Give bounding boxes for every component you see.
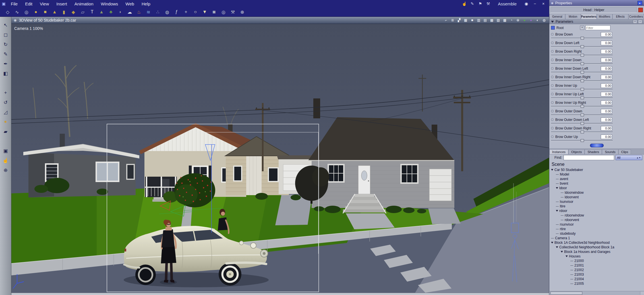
keyframe-dot-icon[interactable] — [551, 118, 554, 121]
parameter-slider[interactable] — [551, 38, 613, 39]
menu-item[interactable]: Edit — [25, 1, 32, 6]
layout-quad-icon[interactable]: ▦ — [489, 18, 494, 23]
parameter-value-field[interactable]: 0.00 — [601, 100, 612, 105]
parameter-value-field[interactable]: 0.00 — [601, 135, 612, 139]
scene-tree-item[interactable]: rsunvisor — [549, 222, 644, 227]
menu-item[interactable]: Windows — [101, 1, 118, 6]
parameter-slider[interactable] — [551, 63, 613, 64]
spot-light-tool-icon[interactable]: ▼ — [201, 8, 208, 16]
browser-tab[interactable]: Objects — [568, 149, 585, 154]
slider-thumb[interactable] — [581, 79, 584, 82]
tools-icon[interactable]: ⚒ — [485, 1, 491, 7]
horizontal-scrollbar[interactable] — [549, 291, 644, 295]
properties-tab[interactable]: Parameters — [581, 14, 597, 19]
parameter-value-field[interactable]: 0.00 — [601, 83, 612, 88]
move-tool-icon[interactable]: + — [1, 88, 10, 97]
measure-icon[interactable]: ≣ — [450, 18, 455, 23]
tree-branch-icon[interactable] — [561, 251, 563, 253]
tree-branch-icon[interactable] — [556, 206, 559, 207]
scene-tree-item[interactable]: ldoorvent — [549, 195, 644, 199]
marquee-tool-icon[interactable]: ◻ — [1, 30, 10, 39]
panel-gadget-icon[interactable]: ◉ — [551, 1, 554, 5]
modifier-tool-icon[interactable]: + — [182, 8, 190, 16]
tree-branch-icon[interactable] — [556, 187, 558, 189]
keyframe-dot-icon[interactable] — [551, 101, 554, 104]
keyframe-dot-icon[interactable] — [551, 50, 554, 53]
pen-tool-icon[interactable]: ✎ — [1, 50, 10, 58]
properties-header[interactable]: ◉ Properties ▸ — [549, 0, 644, 6]
metaball-tool-icon[interactable]: ◎ — [23, 8, 30, 16]
tree-branch-icon[interactable] — [551, 242, 553, 244]
sphere-primitive-icon[interactable]: ● — [32, 8, 40, 16]
fountain-tool-icon[interactable]: ≋ — [145, 8, 152, 16]
tree-branch-icon[interactable] — [556, 234, 559, 234]
menu-item[interactable]: Insert — [56, 1, 67, 6]
slider-thumb[interactable] — [581, 131, 584, 133]
add-parameter-button[interactable]: + — [633, 20, 637, 24]
plane-primitive-icon[interactable]: ▱ — [79, 8, 86, 16]
cube-primitive-icon[interactable]: ■ — [42, 8, 49, 16]
scene-tree-item[interactable]: Block 1a Houses and Garages — [549, 249, 644, 254]
scene-tree-item[interactable]: lsunvisor — [549, 199, 644, 204]
target-helper-tool-icon[interactable]: ◎ — [220, 8, 227, 16]
scene-tree-item[interactable]: Car 50 Studebaker — [549, 168, 644, 172]
plant-tool-icon[interactable]: ♣ — [107, 8, 115, 16]
scene-tree-item[interactable]: Block 1A Collective3d Neighborhood — [549, 240, 644, 245]
close-button[interactable]: × — [541, 1, 546, 7]
parameter-slider[interactable] — [551, 55, 613, 56]
tree-branch-icon[interactable] — [566, 255, 568, 257]
parameter-value-field[interactable]: 0.00 — [601, 58, 612, 62]
tree-branch-icon[interactable] — [561, 215, 564, 216]
clear-filter-button[interactable]: × — [580, 26, 584, 30]
parameter-value-field[interactable]: 0.00 — [601, 92, 612, 96]
parameter-slider[interactable] — [551, 97, 613, 98]
slider-thumb[interactable] — [581, 45, 584, 48]
antialias-icon[interactable]: ▞ — [456, 18, 462, 23]
visibility-eye-icon[interactable]: ◉ — [523, 1, 529, 7]
preview-sphere-green-icon[interactable]: ● — [522, 18, 527, 23]
tree-branch-icon[interactable] — [570, 261, 573, 261]
viewport-gadget-icon[interactable]: ◉ — [14, 18, 16, 22]
scene-tree-item[interactable]: 21003 — [549, 272, 644, 277]
layout-custom-icon[interactable]: ▩ — [502, 18, 508, 23]
slider-thumb[interactable] — [581, 62, 584, 65]
layout-full-icon[interactable]: ■ — [469, 18, 475, 23]
parameters-section-header[interactable]: Parameters + − — [549, 19, 644, 24]
root-node-icon[interactable] — [551, 26, 555, 30]
tree-branch-icon[interactable] — [570, 275, 573, 275]
tree-branch-icon[interactable] — [561, 197, 564, 197]
keyframe-dot-icon[interactable] — [551, 33, 554, 36]
scene-tree-item[interactable]: ltire — [549, 204, 644, 209]
scene-tree-item[interactable]: rdoor — [549, 209, 644, 213]
formula-tool-icon[interactable]: ƒ — [173, 8, 180, 16]
scope-dropdown[interactable]: All ▲▼ — [616, 155, 642, 160]
vertex-model-tool-icon[interactable]: ◇ — [4, 8, 11, 16]
browser-tab[interactable]: Instances — [549, 149, 568, 154]
layout-rows-icon[interactable]: ▤ — [483, 18, 488, 23]
slider-thumb[interactable] — [581, 122, 584, 125]
tree-branch-icon[interactable] — [570, 270, 573, 270]
scrollbar-thumb[interactable] — [550, 292, 582, 295]
parameter-slider[interactable] — [551, 89, 613, 90]
keyframe-dot-icon[interactable] — [551, 84, 554, 87]
keyframe-dot-icon[interactable] — [551, 67, 554, 70]
minimize-button[interactable]: − — [532, 1, 538, 7]
panel-collapse-button[interactable]: ▸ — [637, 1, 642, 5]
pan-hand-icon[interactable]: ☝ — [461, 1, 467, 7]
scene-tree-item[interactable]: ldoor — [549, 186, 644, 190]
bulb-light-tool-icon[interactable]: ○ — [192, 8, 199, 16]
browser-tab[interactable]: Sounds — [602, 149, 618, 154]
gap-1[interactable] — [1, 79, 10, 87]
info-icon[interactable]: ◍ — [541, 18, 547, 23]
slider-thumb[interactable] — [581, 54, 584, 57]
tree-branch-icon[interactable] — [561, 220, 564, 220]
parameter-value-field[interactable]: 0.00 — [601, 126, 612, 131]
menu-item[interactable]: View — [40, 1, 49, 6]
text-primitive-icon[interactable]: T — [88, 8, 96, 16]
scene-tree-item[interactable]: Collective3d Neighborhood Block 1a — [549, 245, 644, 249]
timer-icon[interactable]: ◔ — [509, 18, 514, 23]
tree-branch-icon[interactable] — [556, 229, 559, 229]
reference-sphere-icon[interactable]: ● — [1, 117, 10, 126]
preview-sphere-purple-icon[interactable]: ● — [528, 18, 534, 23]
parameter-value-field[interactable]: 0.00 — [601, 75, 612, 79]
